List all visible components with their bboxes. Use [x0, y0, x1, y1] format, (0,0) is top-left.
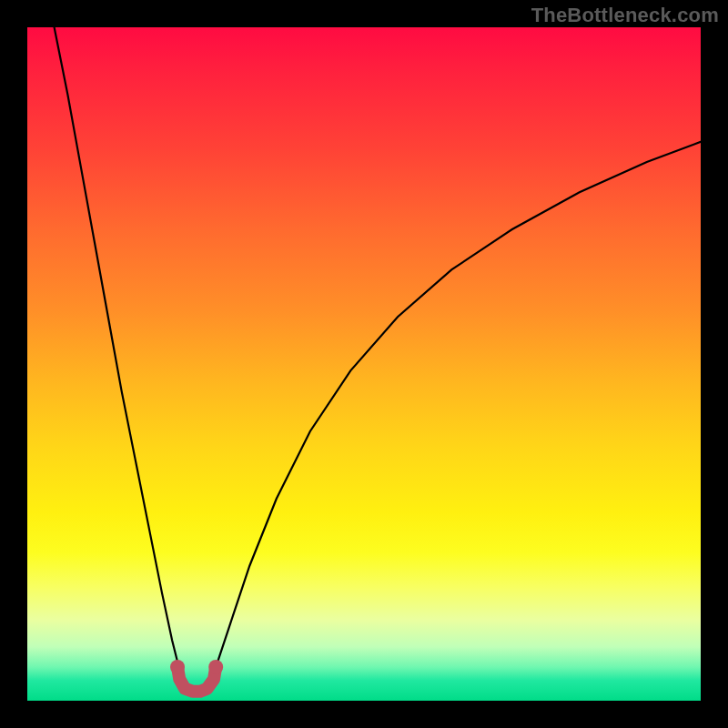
watermark-text: TheBottleneck.com — [531, 4, 719, 27]
left-curve — [55, 27, 185, 684]
chart-frame: TheBottleneck.com — [0, 0, 728, 728]
valley-endpoint-right — [208, 660, 223, 674]
plot-area — [27, 27, 701, 701]
valley-endpoint-left — [170, 660, 185, 674]
curve-layer — [27, 27, 701, 701]
right-curve — [209, 142, 701, 684]
